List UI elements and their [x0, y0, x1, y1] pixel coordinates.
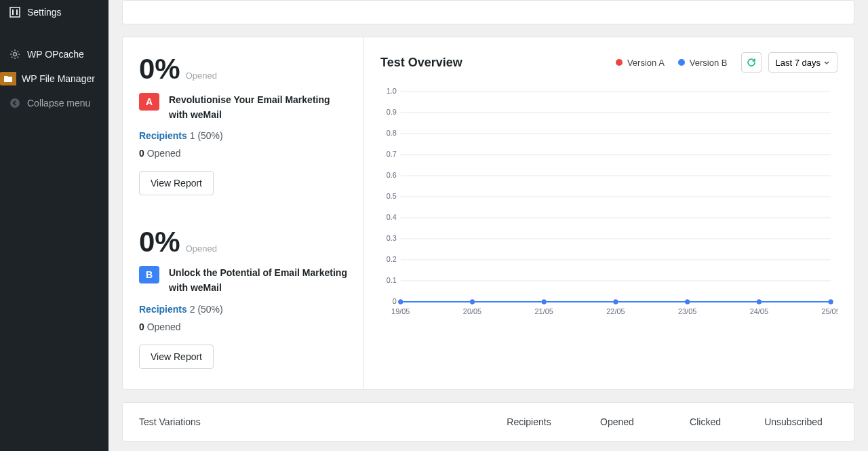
refresh-button[interactable] — [741, 52, 762, 73]
table-title: Test Variations — [139, 416, 485, 427]
sidebar-item-settings[interactable]: Settings — [0, 0, 108, 24]
variation-b-recipients-val: 2 (50%) — [190, 304, 223, 315]
view-report-b-button[interactable]: View Report — [139, 345, 214, 369]
collapse-icon — [8, 96, 22, 110]
sidebar-item-label: Settings — [27, 7, 62, 18]
variation-b-pct: 0% — [139, 228, 180, 256]
svg-text:0.2: 0.2 — [387, 255, 397, 263]
overview-title: Test Overview — [380, 56, 462, 70]
svg-point-45 — [613, 300, 618, 305]
sidebar-item-label: WP File Manager — [22, 73, 95, 84]
top-card — [122, 0, 854, 24]
sidebar-item-label: Collapse menu — [27, 98, 90, 109]
chevron-down-icon — [823, 59, 830, 66]
svg-text:0.1: 0.1 — [387, 276, 397, 284]
svg-text:1.0: 1.0 — [387, 87, 397, 95]
date-range-select[interactable]: Last 7 days — [768, 52, 838, 73]
test-variations-table: Test Variations Recipients Opened Clicke… — [122, 402, 854, 442]
badge-a: A — [139, 93, 159, 111]
svg-rect-0 — [10, 7, 20, 17]
variation-b-recipients-link[interactable]: Recipients — [139, 304, 187, 315]
svg-text:24/05: 24/05 — [750, 307, 768, 315]
svg-point-46 — [685, 300, 690, 305]
variation-b-subject: Unlock the Potential of Email Marketing … — [169, 266, 347, 295]
legend-dot-b-icon — [678, 59, 685, 66]
overview-panel: Test Overview Version A Version B — [364, 37, 854, 389]
svg-point-4 — [10, 98, 20, 108]
variation-b-opened-n: 0 — [139, 321, 144, 332]
svg-text:0.9: 0.9 — [387, 108, 397, 116]
view-report-a-button[interactable]: View Report — [139, 171, 214, 195]
svg-text:20/05: 20/05 — [463, 307, 481, 315]
svg-point-48 — [829, 300, 833, 305]
svg-point-3 — [14, 53, 17, 56]
svg-point-43 — [470, 300, 475, 305]
legend-item-b: Version B — [678, 58, 728, 68]
variation-b-pct-label: Opened — [186, 243, 217, 254]
chart: 00.10.20.30.40.50.60.70.80.91.019/0520/0… — [380, 87, 837, 318]
variation-a: 0% Opened A Revolutionise Your Email Mar… — [139, 55, 347, 195]
table-col-unsubscribed: Unsubscribed — [749, 416, 837, 427]
svg-text:22/05: 22/05 — [606, 307, 625, 315]
svg-text:21/05: 21/05 — [535, 307, 553, 315]
svg-text:25/05: 25/05 — [821, 307, 837, 315]
legend-dot-a-icon — [616, 59, 623, 66]
variation-b-opened-label: Opened — [147, 321, 181, 332]
svg-text:0.3: 0.3 — [387, 234, 397, 242]
table-col-opened: Opened — [573, 416, 661, 427]
variation-a-pct-label: Opened — [186, 71, 217, 81]
variation-b: 0% Opened B Unlock the Potential of Emai… — [139, 228, 347, 368]
gear-icon — [8, 47, 22, 61]
svg-text:0.8: 0.8 — [387, 129, 397, 137]
table-col-recipients: Recipients — [485, 416, 573, 427]
svg-text:0.7: 0.7 — [387, 150, 397, 158]
svg-text:0.6: 0.6 — [387, 171, 397, 179]
svg-text:0: 0 — [393, 297, 397, 305]
ab-test-card: 0% Opened A Revolutionise Your Email Mar… — [122, 37, 854, 390]
svg-text:0.5: 0.5 — [387, 192, 397, 200]
svg-text:0.4: 0.4 — [387, 213, 397, 221]
sidebar-item-file-manager[interactable]: WP File Manager — [0, 66, 108, 91]
table-col-clicked: Clicked — [661, 416, 749, 427]
legend-item-a: Version A — [616, 58, 665, 68]
svg-text:19/05: 19/05 — [391, 307, 410, 315]
badge-b: B — [139, 266, 159, 283]
svg-text:23/05: 23/05 — [678, 307, 696, 315]
svg-rect-1 — [12, 9, 14, 15]
sidebar-item-opcache[interactable]: WP OPcache — [0, 42, 108, 66]
sidebar-item-label: WP OPcache — [27, 49, 84, 60]
variation-a-recipients-val: 1 (50%) — [190, 130, 223, 141]
settings-slider-icon — [8, 5, 22, 19]
variation-a-pct: 0% — [139, 55, 180, 83]
chart-legend: Version A Version B — [616, 58, 728, 68]
svg-point-47 — [757, 300, 762, 305]
variation-a-subject: Revolutionise Your Email Marketing with … — [169, 93, 347, 122]
variation-a-recipients-link[interactable]: Recipients — [139, 130, 187, 141]
folder-icon — [0, 72, 16, 85]
svg-point-44 — [542, 300, 547, 305]
sidebar: Settings WP OPcache WP File Manager Coll… — [0, 0, 108, 451]
svg-rect-2 — [16, 9, 18, 15]
variation-a-opened-label: Opened — [147, 148, 181, 159]
variation-a-opened-n: 0 — [139, 148, 144, 159]
svg-point-42 — [398, 300, 403, 305]
variations-panel: 0% Opened A Revolutionise Your Email Mar… — [123, 37, 364, 389]
refresh-icon — [747, 58, 756, 67]
main-content: 0% Opened A Revolutionise Your Email Mar… — [108, 0, 868, 451]
sidebar-item-collapse[interactable]: Collapse menu — [0, 91, 108, 115]
